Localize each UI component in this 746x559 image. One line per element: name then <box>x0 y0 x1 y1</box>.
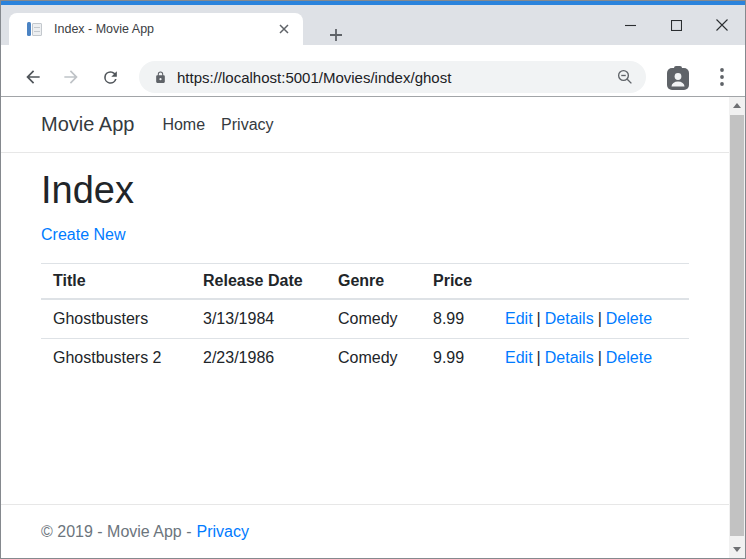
address-bar[interactable]: https://localhost:5001/Movies/index/ghos… <box>139 61 646 93</box>
forward-icon[interactable] <box>59 65 83 89</box>
cell-release-date: 2/23/1986 <box>191 339 326 378</box>
create-new-link[interactable]: Create New <box>41 226 125 243</box>
cell-title: Ghostbusters <box>41 299 191 339</box>
action-separator: | <box>537 349 541 366</box>
table-row: Ghostbusters 2 2/23/1986 Comedy 9.99 Edi… <box>41 339 689 378</box>
scrollbar[interactable] <box>729 97 745 558</box>
page-title: Index <box>41 167 689 213</box>
delete-link[interactable]: Delete <box>606 310 652 327</box>
table-header-row: Title Release Date Genre Price <box>41 264 689 300</box>
details-link[interactable]: Details <box>545 310 594 327</box>
scroll-down-icon[interactable] <box>729 541 745 558</box>
action-separator: | <box>598 349 602 366</box>
header-genre: Genre <box>326 264 421 300</box>
tab-title: Index - Movie App <box>54 22 275 36</box>
edit-link[interactable]: Edit <box>505 349 533 366</box>
web-page: Movie App Home Privacy Index Create New … <box>1 97 729 558</box>
back-icon[interactable] <box>21 65 45 89</box>
main-content: Index Create New Title Release Date Genr… <box>1 153 729 377</box>
edit-link[interactable]: Edit <box>505 310 533 327</box>
window-controls <box>607 5 745 45</box>
viewport: Movie App Home Privacy Index Create New … <box>1 97 745 558</box>
zoom-indicator-icon[interactable] <box>616 68 634 86</box>
cell-genre: Comedy <box>326 339 421 378</box>
footer-privacy-link[interactable]: Privacy <box>197 523 249 541</box>
site-footer: © 2019 - Movie App - Privacy <box>1 504 729 558</box>
menu-dots-icon[interactable] <box>713 65 731 89</box>
details-link[interactable]: Details <box>545 349 594 366</box>
header-title: Title <box>41 264 191 300</box>
cell-title: Ghostbusters 2 <box>41 339 191 378</box>
reload-icon[interactable] <box>98 65 122 89</box>
site-navbar: Movie App Home Privacy <box>1 97 729 153</box>
nav-link-home[interactable]: Home <box>154 116 213 134</box>
tab-close-icon[interactable] <box>275 20 293 38</box>
cell-genre: Comedy <box>326 299 421 339</box>
action-separator: | <box>537 310 541 327</box>
cell-release-date: 3/13/1984 <box>191 299 326 339</box>
url-text: https://localhost:5001/Movies/index/ghos… <box>177 69 608 86</box>
lock-icon[interactable] <box>154 71 167 84</box>
action-separator: | <box>598 310 602 327</box>
tab-favicon-icon <box>27 21 43 37</box>
delete-link[interactable]: Delete <box>606 349 652 366</box>
browser-window: Index - Movie App <box>0 0 746 559</box>
cell-actions: Edit|Details|Delete <box>493 299 689 339</box>
movies-table: Title Release Date Genre Price Ghostbust… <box>41 263 689 377</box>
table-row: Ghostbusters 3/13/1984 Comedy 8.99 Edit|… <box>41 299 689 339</box>
header-price: Price <box>421 264 493 300</box>
cell-price: 8.99 <box>421 299 493 339</box>
profile-icon[interactable] <box>665 65 691 91</box>
header-actions <box>493 264 689 300</box>
maximize-icon[interactable] <box>653 5 699 45</box>
copyright-text: © 2019 - Movie App - <box>41 523 192 541</box>
cell-actions: Edit|Details|Delete <box>493 339 689 378</box>
scroll-up-icon[interactable] <box>729 97 745 114</box>
header-release-date: Release Date <box>191 264 326 300</box>
navbar-brand[interactable]: Movie App <box>41 113 134 136</box>
scrollbar-thumb[interactable] <box>730 115 744 536</box>
browser-tab[interactable]: Index - Movie App <box>9 13 303 45</box>
minimize-icon[interactable] <box>607 5 653 45</box>
cell-price: 9.99 <box>421 339 493 378</box>
titlebar[interactable]: Index - Movie App <box>1 5 745 45</box>
close-window-icon[interactable] <box>699 5 745 45</box>
nav-link-privacy[interactable]: Privacy <box>213 116 281 134</box>
